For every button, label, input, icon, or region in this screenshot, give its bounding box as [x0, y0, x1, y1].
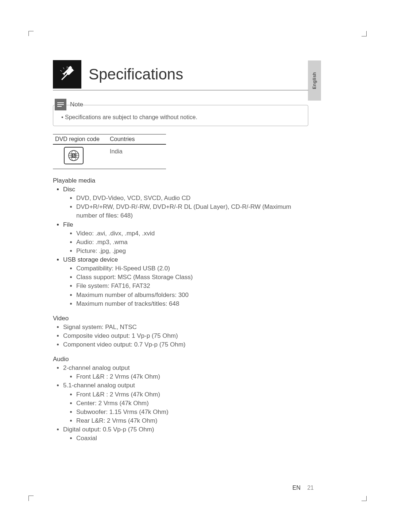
list-item: Component video output: 0.7 Vp-p (75 Ohm… — [63, 340, 308, 349]
crop-mark — [28, 31, 36, 39]
page-header: Specifications — [53, 60, 308, 90]
region-header-code: DVD region code — [53, 136, 110, 142]
page-title: Specifications — [89, 67, 183, 82]
note-icon — [55, 99, 66, 110]
five-channel-label: 5.1-channel analog output — [63, 382, 135, 389]
two-channel-label: 2-channel analog output — [63, 364, 130, 371]
list-item: File Video: .avi, .divx, .mp4, .xvid Aud… — [63, 220, 308, 256]
svg-rect-9 — [57, 104, 64, 105]
language-tab: English — [308, 60, 321, 101]
list-item: 5.1-channel analog output Front L&R : 2 … — [63, 381, 308, 425]
list-item: Picture: .jpg, .jpeg — [76, 247, 308, 255]
list-item: Maximum number of tracks/titles: 648 — [76, 300, 308, 308]
region-header-countries: Countries — [110, 136, 166, 142]
crop-mark — [28, 493, 36, 501]
svg-rect-8 — [57, 102, 64, 103]
disc-label: Disc — [63, 186, 75, 193]
svg-text:5: 5 — [73, 153, 75, 158]
list-item: Subwoofer: 1.15 Vrms (47k Ohm) — [76, 408, 308, 416]
list-item: Video: .avi, .divx, .mp4, .xvid — [76, 229, 308, 238]
section-heading-video: Video — [53, 315, 308, 322]
note-box: Note Specifications are subject to chang… — [53, 105, 308, 126]
digital-output-label: Digital output: 0.5 Vp-p (75 Ohm) — [63, 426, 154, 433]
region-table: DVD region code Countries 5 India — [53, 134, 166, 169]
list-item: Front L&R : 2 Vrms (47k Ohm) — [76, 390, 308, 399]
list-item: 2-channel analog output Front L&R : 2 Vr… — [63, 364, 308, 381]
note-text: Specifications are subject to change wit… — [53, 110, 308, 126]
list-item: Audio: .mp3, .wma — [76, 238, 308, 247]
footer-page-number: 21 — [307, 485, 314, 491]
list-item: DVD+R/+RW, DVD-R/-RW, DVD+R/-R DL (Dual … — [76, 203, 308, 220]
section-heading-playable: Playable media — [53, 177, 308, 184]
tools-icon — [53, 60, 81, 89]
svg-line-3 — [63, 67, 64, 69]
list-item: Front L&R : 2 Vrms (47k Ohm) — [76, 372, 308, 381]
list-item: USB storage device Compatibility: Hi-Spe… — [63, 255, 308, 308]
svg-rect-10 — [57, 106, 62, 107]
list-item: Center: 2 Vrms (47k Ohm) — [76, 399, 308, 408]
list-item: Rear L&R: 2 Vrms (47k Ohm) — [76, 416, 308, 425]
language-tab-label: English — [312, 72, 317, 89]
region-code-icon: 5 — [64, 147, 84, 164]
list-item: Composite video output: 1 Vp-p (75 Ohm) — [63, 332, 308, 340]
list-item: Coaxial — [76, 434, 308, 443]
list-item: File system: FAT16, FAT32 — [76, 282, 308, 290]
list-item: Class support: MSC (Mass Storage Class) — [76, 273, 308, 282]
usb-label: USB storage device — [63, 256, 118, 263]
crop-mark — [359, 31, 367, 39]
list-item: Maximum number of albums/folders: 300 — [76, 291, 308, 300]
list-item: Compatibility: Hi-Speed USB (2.0) — [76, 264, 308, 273]
list-item: Digital output: 0.5 Vp-p (75 Ohm) Coaxia… — [63, 425, 308, 443]
list-item: Disc DVD, DVD-Video, VCD, SVCD, Audio CD… — [63, 185, 308, 220]
page-footer: EN 21 — [293, 485, 314, 491]
footer-lang: EN — [293, 485, 301, 491]
svg-line-4 — [60, 70, 62, 71]
crop-mark — [359, 493, 367, 501]
list-item: DVD, DVD-Video, VCD, SVCD, Audio CD — [76, 194, 308, 203]
note-label: Note — [70, 101, 83, 108]
list-item: Signal system: PAL, NTSC — [63, 323, 308, 332]
file-label: File — [63, 221, 73, 228]
region-country: India — [110, 147, 166, 155]
svg-rect-6 — [61, 73, 68, 80]
section-heading-audio: Audio — [53, 356, 308, 363]
